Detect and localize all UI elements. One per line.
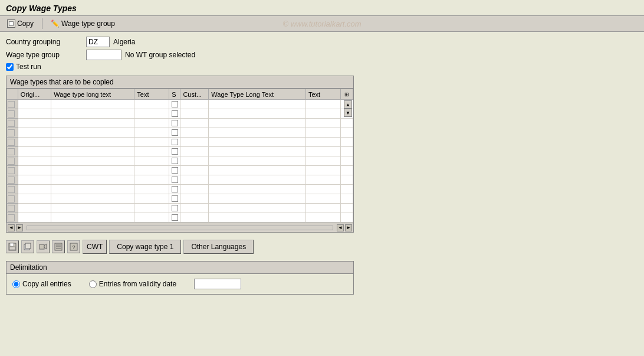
copy-all-radio[interactable] <box>12 280 20 288</box>
cell-text <box>134 156 169 166</box>
country-grouping-input[interactable] <box>86 37 110 47</box>
nav-left2-btn[interactable]: ◄ <box>337 224 344 231</box>
cell-cust <box>180 213 209 223</box>
action-bar: ? CWT Copy wage type 1 Other Languages <box>6 237 638 256</box>
cell-icon <box>340 175 353 185</box>
back-button[interactable] <box>37 240 50 253</box>
wage-type-group-input[interactable] <box>86 50 121 60</box>
cell-s-checkbox[interactable] <box>169 119 180 128</box>
row-selector[interactable] <box>7 194 18 204</box>
multi-page-button[interactable] <box>21 240 34 253</box>
copy-icon <box>7 19 15 28</box>
cell-s-checkbox[interactable] <box>169 194 180 204</box>
scroll-handle[interactable] <box>27 226 333 230</box>
cell-orig <box>18 166 51 175</box>
row-selector[interactable] <box>7 185 18 194</box>
scroll-down-btn[interactable]: ▼ <box>344 109 352 117</box>
toolbar-copy-label: Copy <box>17 19 34 28</box>
cell-cust <box>180 156 209 166</box>
cell-text2 <box>305 194 340 204</box>
col-cust-header[interactable]: Cust... <box>180 89 209 100</box>
col-orig-header[interactable]: Origi... <box>18 89 51 100</box>
cell-s-checkbox[interactable] <box>169 128 180 138</box>
cell-text2 <box>305 175 340 185</box>
cell-s-checkbox[interactable] <box>169 213 180 223</box>
config-button[interactable] <box>52 240 65 253</box>
col-longtext-header[interactable]: Wage type long text <box>51 89 134 100</box>
cell-s-checkbox[interactable] <box>169 204 180 213</box>
entries-from-radio[interactable] <box>89 280 97 288</box>
other-languages-button[interactable]: Other Languages <box>183 240 254 254</box>
table-scroll-arrows: ▲ ▼ <box>344 100 352 117</box>
scroll-up-btn[interactable]: ▲ <box>344 100 352 109</box>
table-row <box>7 213 353 223</box>
cell-icon <box>340 185 353 194</box>
row-selector[interactable] <box>7 147 18 156</box>
country-grouping-label: Country grouping <box>6 38 83 46</box>
cell-s-checkbox[interactable] <box>169 147 180 156</box>
row-selector[interactable] <box>7 213 18 223</box>
cell-text <box>134 138 169 147</box>
row-selector[interactable] <box>7 100 18 109</box>
cell-longtext <box>51 109 134 119</box>
cell-longtext2 <box>209 185 306 194</box>
nav-right-btn[interactable]: ► <box>16 224 23 231</box>
cell-cust <box>180 185 209 194</box>
cell-longtext2 <box>209 213 306 223</box>
col-s-header[interactable]: S <box>169 89 180 100</box>
cwt-button[interactable]: CWT <box>83 240 107 254</box>
copy-all-label: Copy all entries <box>22 280 71 288</box>
row-selector[interactable] <box>7 128 18 138</box>
validity-date-input[interactable] <box>194 279 241 289</box>
help-button[interactable]: ? <box>67 240 80 253</box>
col-scroll-header[interactable]: ⊞ <box>340 89 353 100</box>
cell-text <box>134 194 169 204</box>
cell-cust <box>180 147 209 156</box>
row-selector[interactable] <box>7 119 18 128</box>
test-run-checkbox[interactable] <box>6 63 14 71</box>
row-selector[interactable] <box>7 138 18 147</box>
cell-longtext <box>51 204 134 213</box>
col-longtext2-header[interactable]: Wage Type Long Text <box>209 89 306 100</box>
row-selector[interactable] <box>7 175 18 185</box>
copy-all-option: Copy all entries <box>12 280 71 288</box>
cell-s-checkbox[interactable] <box>169 166 180 175</box>
cell-cust <box>180 100 209 109</box>
cell-icon <box>340 128 353 138</box>
toolbar-copy[interactable]: Copy <box>5 18 36 29</box>
cell-longtext <box>51 166 134 175</box>
save-button[interactable] <box>6 240 19 253</box>
row-selector[interactable] <box>7 156 18 166</box>
table-row <box>7 194 353 204</box>
cell-s-checkbox[interactable] <box>169 100 180 109</box>
cell-orig <box>18 128 51 138</box>
row-selector[interactable] <box>7 204 18 213</box>
table-row <box>7 204 353 213</box>
col-text-header[interactable]: Text <box>134 89 169 100</box>
cell-longtext <box>51 185 134 194</box>
table-row <box>7 128 353 138</box>
wage-type-group-label: Wage type group <box>6 51 83 59</box>
col-text2-header[interactable]: Text <box>305 89 340 100</box>
nav-left-btn[interactable]: ◄ <box>8 224 15 231</box>
wage-types-table-section: Wage types that are to be copied Origi..… <box>6 76 354 233</box>
cell-s-checkbox[interactable] <box>169 175 180 185</box>
cell-s-checkbox[interactable] <box>169 156 180 166</box>
copy-wage-type-button[interactable]: Copy wage type 1 <box>109 240 181 254</box>
toolbar-wage-type-group[interactable]: ✏️ Wage type group <box>48 18 117 29</box>
cell-cust <box>180 194 209 204</box>
cell-cust <box>180 204 209 213</box>
back-icon <box>39 243 47 251</box>
cell-text2 <box>305 166 340 175</box>
cell-s-checkbox[interactable] <box>169 138 180 147</box>
cell-orig <box>18 119 51 128</box>
cell-cust <box>180 119 209 128</box>
cell-s-checkbox[interactable] <box>169 109 180 119</box>
cell-longtext2 <box>209 128 306 138</box>
row-selector[interactable] <box>7 166 18 175</box>
cell-text2 <box>305 128 340 138</box>
cell-s-checkbox[interactable] <box>169 185 180 194</box>
cell-longtext2 <box>209 156 306 166</box>
nav-right2-btn[interactable]: ► <box>345 224 352 231</box>
row-selector[interactable] <box>7 109 18 119</box>
